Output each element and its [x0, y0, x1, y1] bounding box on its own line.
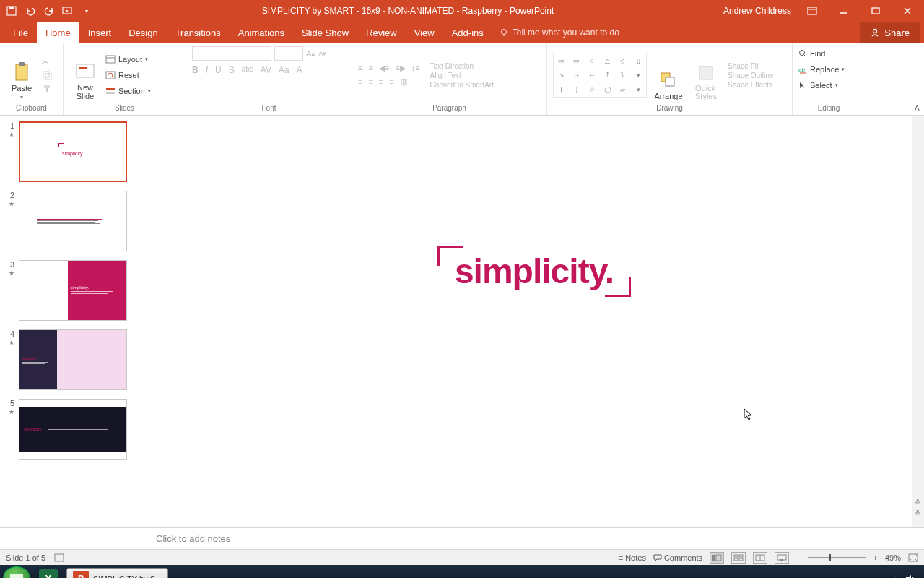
select-label: Select: [810, 81, 832, 90]
tab-review[interactable]: Review: [357, 22, 406, 43]
tab-view[interactable]: View: [406, 22, 443, 43]
paste-label: Paste: [12, 84, 32, 92]
zoom-out-icon[interactable]: −: [796, 553, 801, 562]
qat-customize-icon[interactable]: ▾: [81, 5, 92, 17]
tab-animations[interactable]: Animations: [230, 22, 293, 43]
sorter-view-icon[interactable]: [731, 552, 746, 564]
svg-text:ab: ab: [798, 66, 805, 73]
slide-canvas[interactable]: simplicity. ≙ ≚: [144, 116, 924, 527]
group-clipboard: Paste ▾ ✂ Clipboard: [0, 43, 64, 115]
slide-thumbnail-5[interactable]: simplicity.: [19, 399, 127, 460]
notes-pane[interactable]: Click to add notes: [0, 527, 924, 549]
reset-label: Reset: [118, 71, 139, 79]
user-name[interactable]: Andrew Childress: [723, 6, 791, 16]
fit-to-window-icon[interactable]: [908, 553, 918, 562]
svg-point-11: [873, 30, 877, 33]
ribbon-options-icon[interactable]: [801, 0, 823, 22]
select-button[interactable]: Select▾: [798, 78, 838, 92]
bold-icon: B: [192, 65, 199, 75]
thumb-row-3[interactable]: 3 ★ simplicity.: [4, 260, 139, 321]
thumb-row-4[interactable]: 4 ★ simplicity.: [4, 329, 139, 390]
arrange-label: Arrange: [654, 92, 682, 100]
spell-check-icon[interactable]: [54, 553, 64, 562]
zoom-in-icon[interactable]: +: [873, 553, 878, 562]
thumb-row-5[interactable]: 5 ★ simplicity.: [4, 399, 139, 460]
prev-slide-icon[interactable]: ≙: [915, 498, 920, 506]
replace-button[interactable]: abReplace▾: [798, 62, 845, 77]
excel-icon: X: [39, 569, 58, 578]
windows-icon: [10, 574, 23, 578]
strike-icon: S: [229, 65, 235, 75]
save-icon[interactable]: [6, 5, 17, 17]
minimize-icon[interactable]: [833, 0, 855, 22]
tab-file[interactable]: File: [4, 22, 37, 43]
slide-thumbnail-3[interactable]: simplicity.: [19, 260, 127, 321]
shapes-gallery[interactable]: ▭▭○△◇▯ ↘→↔⤴⤵▾ {}☆◯▱▾: [553, 53, 647, 98]
collapse-ribbon-icon[interactable]: ᐱ: [915, 104, 920, 112]
svg-point-9: [501, 30, 506, 35]
numbering-icon: ≡: [368, 64, 372, 73]
tell-me-search[interactable]: Tell me what you want to do: [500, 22, 619, 43]
close-icon[interactable]: [897, 0, 918, 22]
find-button[interactable]: Find: [798, 46, 825, 61]
normal-view-icon[interactable]: [710, 552, 724, 564]
reading-view-icon[interactable]: [753, 552, 767, 564]
tab-slideshow[interactable]: Slide Show: [293, 22, 357, 43]
zoom-slider[interactable]: [808, 557, 866, 558]
slide-counter[interactable]: Slide 1 of 5: [6, 553, 45, 562]
quick-styles-label: Quick Styles: [695, 85, 717, 100]
format-painter-icon: [42, 83, 52, 93]
taskbar-item-powerpoint[interactable]: P SIMPLICITY by S...: [66, 568, 168, 578]
shape-outline-label: Shape Outline: [728, 72, 773, 79]
tab-design[interactable]: Design: [120, 22, 166, 43]
notes-placeholder[interactable]: Click to add notes: [156, 533, 230, 544]
maximize-icon[interactable]: [865, 0, 886, 22]
slide-title-text[interactable]: simplicity.: [455, 251, 614, 291]
start-from-beginning-icon[interactable]: [62, 5, 74, 17]
layout-button[interactable]: Layout▾: [105, 52, 151, 66]
transition-icon: ★: [9, 269, 14, 277]
align-right-icon: ≡: [379, 77, 383, 87]
redo-icon[interactable]: [43, 5, 55, 17]
group-drawing: ▭▭○△◇▯ ↘→↔⤴⤵▾ {}☆◯▱▾ Arrange Quick Style…: [547, 43, 793, 115]
layout-label: Layout: [118, 55, 142, 64]
comments-toggle[interactable]: Comments: [653, 553, 702, 562]
align-text-label: Align Text: [430, 72, 494, 79]
zoom-level[interactable]: 49%: [885, 553, 901, 562]
new-slide-button[interactable]: New Slide: [69, 50, 101, 100]
taskbar-item-excel[interactable]: X: [33, 568, 64, 578]
user-area: Andrew Childress: [723, 0, 924, 22]
tab-insert[interactable]: Insert: [79, 22, 121, 43]
thumb-number: 1: [4, 121, 14, 131]
thumb-row-1[interactable]: 1 ★ simplicity.: [4, 121, 139, 182]
tab-home[interactable]: Home: [37, 22, 79, 43]
share-button[interactable]: Share: [860, 22, 920, 43]
tab-transitions[interactable]: Transitions: [167, 22, 230, 43]
undo-icon[interactable]: [25, 5, 36, 17]
slide-thumbnail-4[interactable]: simplicity.: [19, 329, 127, 390]
arrange-button[interactable]: Arrange: [653, 50, 684, 100]
select-icon: [798, 81, 807, 90]
system-tray[interactable]: ▴: [894, 574, 921, 579]
svg-rect-1: [9, 7, 14, 9]
tray-expand-icon[interactable]: ▴: [894, 574, 898, 579]
paste-button[interactable]: Paste ▾: [6, 50, 38, 100]
share-icon: [870, 27, 880, 38]
svg-rect-26: [699, 66, 712, 79]
reset-button[interactable]: Reset: [105, 68, 151, 82]
slide-thumbnail-2[interactable]: [19, 191, 127, 251]
notes-toggle[interactable]: ≡ Notes: [619, 553, 646, 562]
tab-addins[interactable]: Add-ins: [443, 22, 492, 43]
volume-icon[interactable]: [905, 574, 915, 578]
align-center-icon: ≡: [368, 77, 372, 87]
thumb-row-2[interactable]: 2 ★: [4, 191, 139, 251]
slideshow-view-icon[interactable]: [775, 552, 789, 564]
slide-thumbnail-1[interactable]: simplicity.: [19, 121, 127, 182]
section-button[interactable]: Section▾: [105, 84, 151, 98]
svg-rect-34: [739, 555, 743, 557]
thumbnail-panel[interactable]: 1 ★ simplicity. 2 ★: [0, 116, 144, 527]
vertical-scrollbar[interactable]: ≙ ≚: [912, 116, 924, 527]
svg-rect-33: [734, 555, 738, 557]
next-slide-icon[interactable]: ≚: [915, 509, 920, 517]
start-button[interactable]: [3, 566, 30, 578]
